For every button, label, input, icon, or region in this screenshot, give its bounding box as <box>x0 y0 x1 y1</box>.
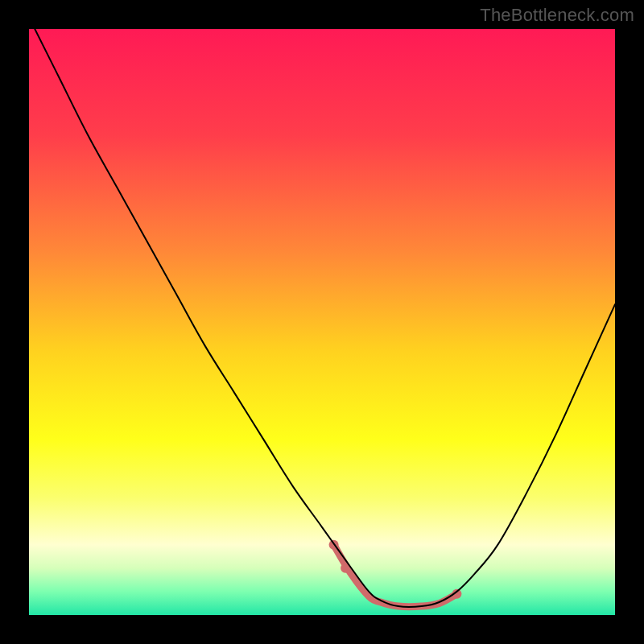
chart-stage: TheBottleneck.com <box>0 0 644 644</box>
bottleneck-chart <box>0 0 644 644</box>
attribution-text: TheBottleneck.com <box>480 5 634 26</box>
